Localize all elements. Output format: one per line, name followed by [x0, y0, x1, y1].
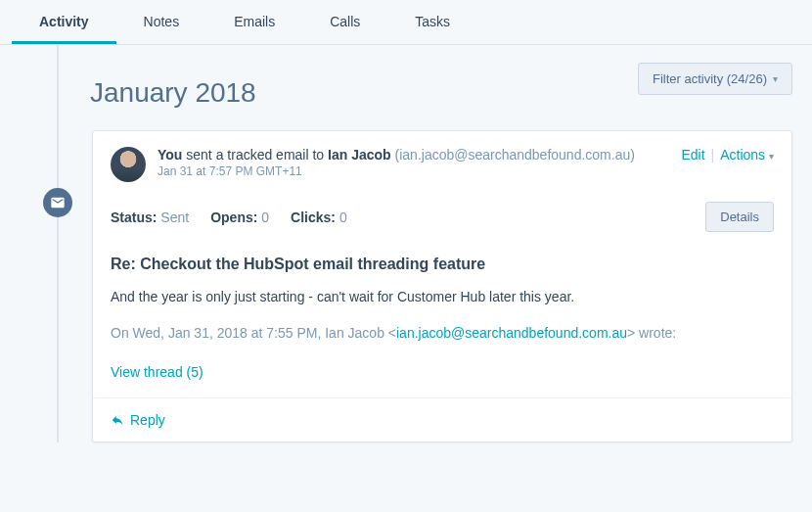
- email-timeline-icon: [43, 188, 72, 217]
- opens-item: Opens: 0: [210, 209, 269, 225]
- reply-icon: [111, 413, 124, 427]
- filter-activity-button[interactable]: Filter activity (24/26) ▾: [638, 63, 792, 95]
- email-body: And the year is only just starting - can…: [93, 287, 791, 325]
- reply-label: Reply: [130, 412, 165, 428]
- quoted-prefix: On Wed, Jan 31, 2018 at 7:55 PM, Ian Jac…: [111, 325, 396, 341]
- tab-activity[interactable]: Activity: [12, 0, 116, 44]
- header-text: You sent a tracked email to Ian Jacob (i…: [158, 147, 669, 178]
- header-summary: You sent a tracked email to Ian Jacob (i…: [158, 147, 669, 163]
- edit-link[interactable]: Edit: [681, 147, 704, 163]
- clicks-value: 0: [339, 209, 347, 225]
- tab-notes[interactable]: Notes: [116, 0, 207, 44]
- reply-button[interactable]: Reply: [93, 397, 791, 442]
- timestamp: Jan 31 at 7:57 PM GMT+11: [158, 164, 669, 178]
- actions-dropdown[interactable]: Actions ▾: [720, 147, 774, 163]
- card-header: You sent a tracked email to Ian Jacob (i…: [93, 131, 791, 196]
- details-button[interactable]: Details: [705, 202, 774, 232]
- tab-emails[interactable]: Emails: [206, 0, 302, 44]
- chevron-down-icon: ▾: [773, 73, 778, 84]
- avatar: [111, 147, 146, 182]
- recipient-name: Ian Jacob: [328, 147, 391, 163]
- divider: |: [711, 147, 715, 163]
- activity-card: You sent a tracked email to Ian Jacob (i…: [92, 130, 792, 442]
- opens-value: 0: [261, 209, 269, 225]
- content-area: Filter activity (24/26) ▾ January 2018 Y…: [0, 45, 812, 442]
- status-label: Status:: [111, 209, 157, 225]
- action-text: sent a tracked email to: [182, 147, 328, 163]
- timeline-line: [57, 45, 59, 442]
- quoted-email-link[interactable]: ian.jacob@searchandbefound.com.au: [396, 325, 627, 341]
- quoted-suffix: > wrote:: [627, 325, 676, 341]
- chevron-down-icon: ▾: [769, 151, 774, 162]
- tab-calls[interactable]: Calls: [302, 0, 387, 44]
- status-row: Status: Sent Opens: 0 Clicks: 0 Details: [93, 196, 791, 250]
- recipient-email: (ian.jacob@searchandbefound.com.au): [391, 147, 635, 163]
- tabs-bar: Activity Notes Emails Calls Tasks: [0, 0, 812, 45]
- clicks-label: Clicks:: [291, 209, 336, 225]
- quoted-header: On Wed, Jan 31, 2018 at 7:55 PM, Ian Jac…: [93, 325, 791, 356]
- view-thread-link[interactable]: View thread (5): [93, 356, 791, 397]
- header-actions: Edit | Actions ▾: [681, 147, 774, 163]
- filter-label: Filter activity (24/26): [653, 71, 767, 86]
- email-subject: Re: Checkout the HubSpot email threading…: [93, 250, 791, 287]
- tab-tasks[interactable]: Tasks: [387, 0, 477, 44]
- clicks-item: Clicks: 0: [291, 209, 347, 225]
- status-item: Status: Sent: [111, 209, 189, 225]
- opens-label: Opens:: [210, 209, 257, 225]
- sender-name: You: [158, 147, 182, 163]
- status-value: Sent: [160, 209, 189, 225]
